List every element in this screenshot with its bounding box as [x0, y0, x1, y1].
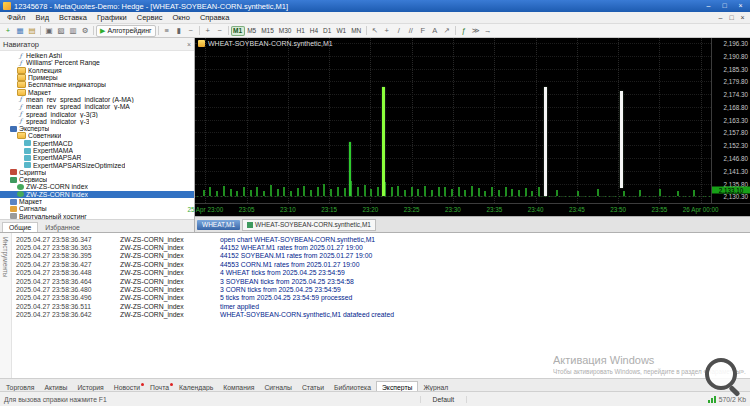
navigator-item-21[interactable]: Сигналы	[0, 205, 194, 212]
navigator-item-16[interactable]: Скрипты	[0, 169, 194, 176]
log-time-cell: 2025.04.27 23:58:36.363	[12, 244, 120, 251]
timeframe-m1-button[interactable]: M1	[231, 26, 245, 36]
maximize-button[interactable]: □	[718, 1, 731, 11]
price-axis[interactable]: 2,133.10 2,196.302,190.802,185.302,179.8…	[711, 38, 750, 203]
line-chart-icon[interactable]: ~	[185, 25, 197, 36]
log-row-9[interactable]: 2025.04.27 23:58:36.642ZW-ZS-CORN_indexW…	[12, 311, 750, 319]
menu-item-5[interactable]: Окно	[167, 13, 194, 22]
menu-item-0[interactable]: Файл	[2, 13, 30, 22]
menu-item-1[interactable]: Вид	[30, 13, 54, 22]
folder-icon	[17, 132, 26, 139]
zoom-out-icon[interactable]: −	[214, 25, 226, 36]
timeframe-m5-button[interactable]: M5	[245, 26, 259, 36]
toolbox-toggle-icon[interactable]: ▣	[43, 25, 55, 36]
log-message-cell: 44152 SOYBEAN.M1 rates from 2025.01.27 1…	[220, 252, 372, 259]
zoom-in-icon[interactable]: +	[202, 25, 214, 36]
navigator-item-4[interactable]: Бесплатные индикаторы	[0, 81, 194, 88]
log-row-0[interactable]: 2025.04.27 23:58:36.347ZW-ZS-CORN_indexo…	[12, 235, 750, 243]
navigator-item-14[interactable]: ExpertMAPSAR	[0, 154, 194, 161]
navigator-item-6[interactable]: ƒmean_rev_spread_indicator (A-MA)	[0, 96, 194, 103]
navigator-item-8[interactable]: ƒspread_indicator_y-3(3)	[0, 110, 194, 117]
channel-icon[interactable]: //	[405, 25, 417, 36]
navigator-item-17[interactable]: Сервисы	[0, 176, 194, 183]
timeframe-d1-button[interactable]: D1	[321, 26, 334, 36]
navigator-item-9[interactable]: ƒspread_indicator_y-3	[0, 118, 194, 125]
folder-icon	[17, 67, 26, 74]
mdi-close-button[interactable]: ×	[737, 14, 748, 21]
toolbox-side-tab[interactable]: Инструменты	[0, 233, 12, 379]
navigator-item-0[interactable]: ƒHeiken Ashi	[0, 52, 194, 59]
navigator-toggle-icon[interactable]: ▧	[55, 25, 67, 36]
timeframe-h4-button[interactable]: H4	[307, 26, 320, 36]
navigator-item-5[interactable]: Маркет	[0, 88, 194, 95]
navigator-tab-favorites[interactable]: Избранное	[39, 223, 85, 232]
menu-item-2[interactable]: Вставка	[54, 13, 92, 22]
minimize-button[interactable]: –	[702, 1, 715, 11]
price-spike-2	[544, 87, 547, 196]
navigator-item-15[interactable]: ExpertMAPSARSizeOptimized	[0, 161, 194, 168]
log-message-cell: open chart WHEAT-SOYBEAN-CORN.synthetic,…	[220, 236, 375, 243]
log-row-6[interactable]: 2025.04.27 23:58:36.480ZW-ZS-CORN_index3…	[12, 285, 750, 293]
log-row-8[interactable]: 2025.04.27 23:58:36.511ZW-ZS-CORN_indext…	[12, 302, 750, 310]
status-profile[interactable]: Default	[420, 396, 468, 403]
timeframe-m30-button[interactable]: M30	[276, 26, 294, 36]
timeframe-m15-button[interactable]: M15	[259, 26, 277, 36]
trendline-icon[interactable]: /	[393, 25, 405, 36]
log-row-4[interactable]: 2025.04.27 23:58:36.448ZW-ZS-CORN_index4…	[12, 269, 750, 277]
navigator-item-1[interactable]: ƒWilliams' Percent Range	[0, 59, 194, 66]
menu-item-4[interactable]: Сервис	[132, 13, 168, 22]
navigator-item-19[interactable]: ZW-ZS-CORN index	[0, 191, 194, 198]
navigator-item-11[interactable]: Советники	[0, 132, 194, 139]
chart-profiles-icon[interactable]: ▤	[26, 25, 38, 36]
timeframe-h1-button[interactable]: H1	[294, 26, 307, 36]
log-row-5[interactable]: 2025.04.27 23:58:36.464ZW-ZS-CORN_index3…	[12, 277, 750, 285]
log-row-2[interactable]: 2025.04.27 23:58:36.395ZW-ZS-CORN_index4…	[12, 252, 750, 260]
navigator-item-13[interactable]: ExpertMAMA	[0, 147, 194, 154]
close-button[interactable]: ×	[734, 1, 747, 11]
algo-trading-button[interactable]: ▶Алготрейдинг	[96, 25, 156, 37]
timeframe-w1-button[interactable]: W1	[334, 26, 349, 36]
navigator-item-2[interactable]: Коллекция	[0, 67, 194, 74]
log-row-3[interactable]: 2025.04.27 23:58:36.427ZW-ZS-CORN_index4…	[12, 260, 750, 268]
navigator-item-12[interactable]: ExpertMACD	[0, 140, 194, 147]
data-window-icon[interactable]: ▥	[67, 25, 79, 36]
chart-shift-icon[interactable]: →	[482, 25, 494, 36]
minimized-chart-tab[interactable]: WHEAT,M1	[197, 220, 240, 230]
mdi-restore-button[interactable]: □	[726, 14, 737, 21]
navigator-item-label: Эксперты	[19, 125, 49, 132]
navigator-item-18[interactable]: ZW-ZS-CORN index	[0, 183, 194, 190]
screen-magnifier-icon[interactable]	[703, 356, 745, 398]
candles-chart-icon[interactable]: ▮	[173, 25, 185, 36]
arrow-object-icon[interactable]: ↗	[441, 25, 453, 36]
log-source-cell: ZW-ZS-CORN_index	[120, 269, 220, 276]
navigator-item-7[interactable]: ƒmean_rev_spread_indicator_y-MA	[0, 103, 194, 110]
log-source-cell: ZW-ZS-CORN_index	[120, 303, 220, 310]
timeframe-mn-button[interactable]: MN	[349, 26, 364, 36]
log-row-7[interactable]: 2025.04.27 23:58:36.496ZW-ZS-CORN_index5…	[12, 294, 750, 302]
navigator-close-icon[interactable]: ×	[187, 41, 191, 48]
menu-item-6[interactable]: Справка	[195, 13, 234, 22]
navigator-item-20[interactable]: Маркет	[0, 198, 194, 205]
log-row-1[interactable]: 2025.04.27 23:58:36.363ZW-ZS-CORN_index4…	[12, 243, 750, 251]
autoscroll-icon[interactable]: ≫	[470, 25, 482, 36]
bars-chart-icon[interactable]: ≡	[161, 25, 173, 36]
navigator-item-10[interactable]: Эксперты	[0, 125, 194, 132]
active-chart-tab[interactable]: WHEAT-SOYBEAN-CORN.synthetic,M1	[242, 219, 376, 231]
navigator-item-label: Маркет	[19, 198, 42, 205]
text-label-icon[interactable]: A	[429, 25, 441, 36]
crosshair-icon[interactable]: +	[381, 25, 393, 36]
cursor-icon[interactable]: ↖	[369, 25, 381, 36]
indicators-icon[interactable]: ƒ	[458, 25, 470, 36]
navigator-tab-common[interactable]: Общие	[2, 222, 38, 232]
navigator-item-3[interactable]: Примеры	[0, 74, 194, 81]
navigator-panel: Навигатор × ƒHeiken AshiƒWilliams' Perce…	[0, 38, 195, 232]
volume-tick	[236, 191, 238, 196]
strategy-tester-icon[interactable]: ⚙	[79, 25, 91, 36]
time-axis[interactable]: 25 Apr 23:0023:0523:1023:1523:2023:2523:…	[195, 203, 750, 216]
mdi-minimize-button[interactable]: –	[715, 14, 726, 21]
fibonacci-icon[interactable]: F	[417, 25, 429, 36]
new-order-icon[interactable]: +	[2, 25, 14, 36]
new-chart-icon[interactable]: ▦	[14, 25, 26, 36]
menu-item-3[interactable]: Графики	[92, 13, 132, 22]
chart-plot[interactable]: WHEAT-SOYBEAN-CORN.synthetic,M1	[195, 38, 711, 203]
